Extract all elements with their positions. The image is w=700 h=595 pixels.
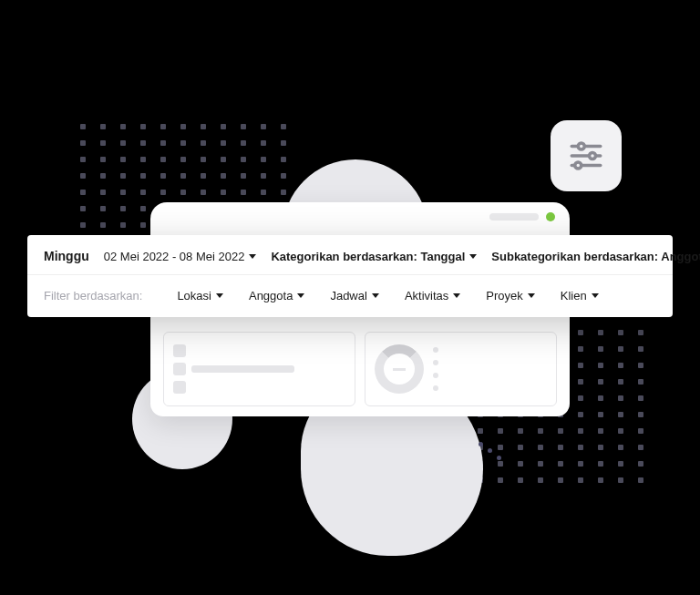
chevron-down-icon	[453, 293, 460, 298]
chevron-down-icon	[528, 293, 535, 298]
panel-chart	[365, 332, 557, 406]
filter-project[interactable]: Proyek	[486, 289, 534, 303]
filter-row-secondary: Filter berdasarkan: Lokasi Anggota Jadwa…	[27, 275, 673, 317]
filter-client[interactable]: Klien	[561, 289, 599, 303]
filter-row-primary: Minggu 02 Mei 2022 - 08 Mei 2022 Kategor…	[27, 235, 673, 275]
filter-activity[interactable]: Aktivitas	[405, 289, 460, 303]
toolbar-placeholder-bar	[489, 213, 539, 221]
svg-point-1	[578, 143, 584, 149]
svg-point-5	[575, 162, 582, 169]
period-label: Minggu	[44, 249, 89, 263]
subcategorize-dropdown[interactable]: Subkategorikan berdasarkan: Anggota	[491, 250, 700, 263]
chevron-down-icon	[469, 254, 477, 259]
chevron-down-icon	[372, 293, 379, 298]
decorative-dot	[479, 442, 483, 446]
filter-by-label: Filter berdasarkan:	[44, 289, 142, 303]
decorative-dot	[488, 448, 492, 453]
settings-card[interactable]	[551, 120, 622, 191]
categorize-dropdown[interactable]: Kategorikan berdasarkan: Tanggal	[271, 250, 477, 263]
filter-member[interactable]: Anggota	[249, 289, 304, 303]
status-indicator-green	[546, 212, 555, 221]
filter-bar: Minggu 02 Mei 2022 - 08 Mei 2022 Kategor…	[27, 235, 673, 317]
date-range-value: 02 Mei 2022 - 08 Mei 2022	[104, 250, 245, 263]
sliders-icon	[567, 137, 605, 175]
chevron-down-icon	[216, 293, 223, 298]
decorative-dot	[497, 456, 501, 460]
chevron-down-icon	[297, 293, 304, 298]
window-toolbar	[150, 202, 570, 231]
filter-schedule[interactable]: Jadwal	[330, 289, 378, 303]
date-range-dropdown[interactable]: 02 Mei 2022 - 08 Mei 2022	[104, 250, 257, 263]
subcategorize-label: Subkategorikan berdasarkan: Anggota	[491, 250, 700, 263]
categorize-label: Kategorikan berdasarkan: Tanggal	[271, 250, 465, 263]
panel-list	[163, 332, 355, 406]
chevron-down-icon	[249, 254, 256, 259]
svg-point-3	[590, 153, 596, 159]
filter-location[interactable]: Lokasi	[177, 289, 223, 303]
chevron-down-icon	[592, 293, 599, 298]
